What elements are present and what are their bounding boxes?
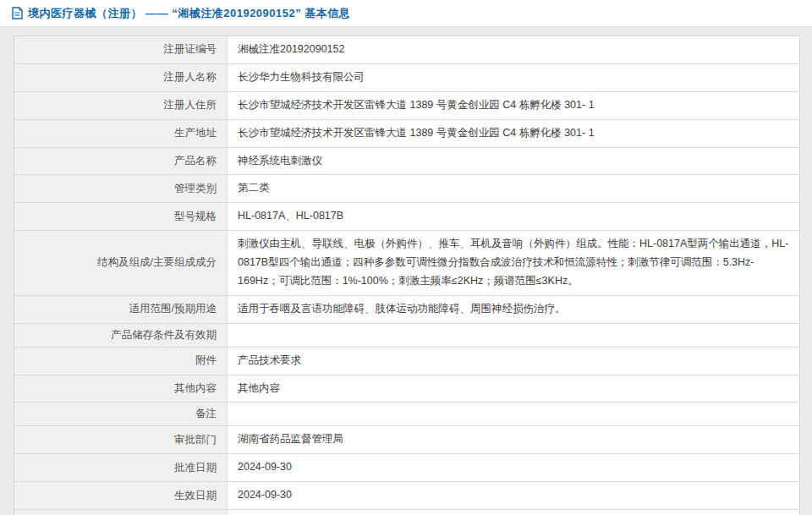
field-label: 注册人住所 — [14, 92, 228, 119]
row-structure-composition: 结构及组成/主要组成成分 刺激仪由主机、导联线、电极（外购件）、推车、耳机及音响… — [14, 231, 799, 296]
page-title: 境内医疗器械（注册） —— “湘械注准20192090152” 基本信息 — [28, 6, 350, 21]
row-approval-department: 审批部门 湖南省药品监督管理局 — [14, 426, 799, 454]
production-address-text: 长沙市望城经济技术开发区雷锋大道 1389 号黄金创业园 C4 栋孵化楼 301… — [238, 124, 595, 143]
row-production-address: 生产地址 长沙市望城经济技术开发区雷锋大道 1389 号黄金创业园 C4 栋孵化… — [14, 120, 799, 148]
product-name-text: 神经系统电刺激仪 — [238, 152, 322, 171]
registrant-name-text: 长沙华力生物科技有限公司 — [238, 68, 365, 87]
field-value: 第二类 — [228, 175, 799, 202]
field-label: 型号规格 — [14, 203, 228, 230]
field-value: 长沙市望城经济技术开发区雷锋大道 1389 号黄金创业园 C4 栋孵化楼 301… — [228, 120, 799, 147]
field-value: 湖南省药品监督管理局 — [228, 426, 799, 453]
cert-number-text: 湘械注准20192090152 — [238, 41, 344, 59]
row-storage-conditions: 产品储存条件及有效期 — [14, 324, 799, 348]
field-value: 适用于吞咽及言语功能障碍、肢体运动功能障碍、周围神经损伤治疗。 — [228, 296, 799, 323]
row-registrant-address: 注册人住所 长沙市望城经济技术开发区雷锋大道 1389 号黄金创业园 C4 栋孵… — [14, 92, 799, 120]
field-value: 长沙市望城经济技术开发区雷锋大道 1389 号黄金创业园 C4 栋孵化楼 301… — [228, 92, 799, 119]
approval-department-text: 湖南省药品监督管理局 — [238, 430, 343, 449]
row-valid-until: 有效期至 2029-09-29 — [14, 510, 799, 515]
field-value: 长沙华力生物科技有限公司 — [228, 64, 799, 91]
field-value: 其他内容 — [228, 375, 799, 403]
field-value: 湘械注准20192090152 — [228, 36, 799, 63]
field-label: 注册证编号 — [14, 36, 228, 63]
field-label: 审批部门 — [14, 426, 228, 453]
management-class-text: 第二类 — [238, 179, 270, 198]
row-product-name: 产品名称 神经系统电刺激仪 — [14, 148, 799, 176]
field-value: 2029-09-29 — [228, 510, 799, 515]
attachment-text: 产品技术要求 — [238, 352, 301, 370]
row-scope-of-application: 适用范围/预期用途 适用于吞咽及言语功能障碍、肢体运动功能障碍、周围神经损伤治疗… — [14, 296, 799, 324]
field-label: 附件 — [14, 348, 228, 375]
row-other-content: 其他内容 其他内容 — [14, 375, 799, 403]
field-value: 神经系统电刺激仪 — [228, 148, 799, 175]
field-value: 产品技术要求 — [228, 348, 799, 375]
row-remarks: 备注 — [14, 403, 799, 426]
registration-info-table: 注册证编号 湘械注准20192090152 注册人名称 长沙华力生物科技有限公司… — [14, 36, 800, 515]
field-value: 2024-09-30 — [228, 454, 799, 481]
row-approval-date: 批准日期 2024-09-30 — [14, 454, 799, 482]
field-value — [228, 324, 799, 347]
structure-composition-text: 刺激仪由主机、导联线、电极（外购件）、推车、耳机及音响（外购件）组成。性能：HL… — [238, 235, 789, 291]
page-header: 境内医疗器械（注册） —— “湘械注准20192090152” 基本信息 — [0, 0, 812, 27]
field-label: 备注 — [14, 403, 228, 425]
scope-of-application-text: 适用于吞咽及言语功能障碍、肢体运动功能障碍、周围神经损伤治疗。 — [238, 300, 566, 319]
row-model-spec: 型号规格 HL-0817A、HL-0817B — [14, 203, 799, 231]
field-label: 产品名称 — [14, 148, 228, 175]
registrant-address-text: 长沙市望城经济技术开发区雷锋大道 1389 号黄金创业园 C4 栋孵化楼 301… — [238, 96, 595, 115]
field-value: 2024-09-30 — [228, 482, 799, 509]
field-label: 有效期至 — [14, 510, 228, 515]
field-value: 刺激仪由主机、导联线、电极（外购件）、推车、耳机及音响（外购件）组成。性能：HL… — [228, 231, 799, 295]
other-content-text: 其他内容 — [238, 380, 280, 398]
field-label: 管理类别 — [14, 175, 228, 202]
row-attachment: 附件 产品技术要求 — [14, 348, 799, 375]
field-label: 注册人名称 — [14, 64, 228, 91]
model-spec-text: HL-0817A、HL-0817B — [238, 207, 343, 226]
field-label: 批准日期 — [14, 454, 228, 481]
row-cert-number: 注册证编号 湘械注准20192090152 — [14, 36, 799, 64]
field-label: 产品储存条件及有效期 — [14, 324, 228, 347]
field-value — [228, 403, 799, 425]
row-effective-date: 生效日期 2024-09-30 — [14, 482, 799, 510]
field-label: 生产地址 — [14, 120, 228, 147]
field-value: HL-0817A、HL-0817B — [228, 203, 799, 230]
field-label: 适用范围/预期用途 — [14, 296, 228, 323]
document-icon — [12, 7, 23, 19]
approval-date-text: 2024-09-30 — [238, 458, 292, 477]
field-label: 其他内容 — [14, 375, 228, 403]
row-management-class: 管理类别 第二类 — [14, 175, 799, 203]
effective-date-text: 2024-09-30 — [238, 486, 292, 505]
field-label: 结构及组成/主要组成成分 — [14, 231, 228, 295]
row-registrant-name: 注册人名称 长沙华力生物科技有限公司 — [14, 64, 799, 92]
field-label: 生效日期 — [14, 482, 228, 509]
